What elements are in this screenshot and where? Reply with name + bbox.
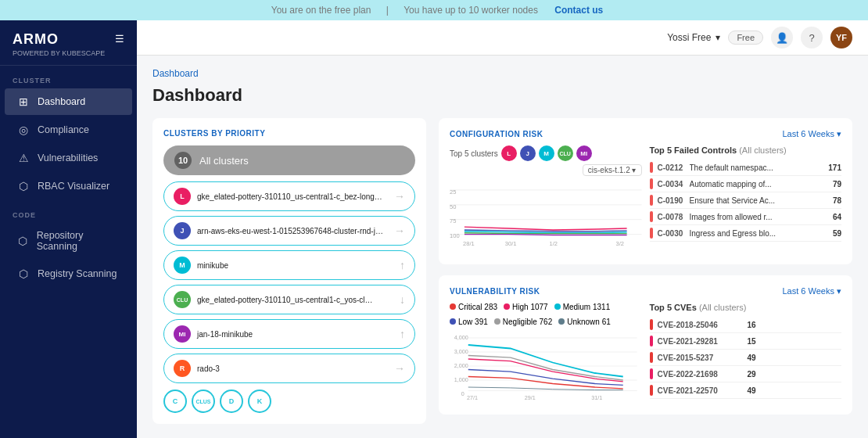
legend-unknown: Unknown 61: [558, 318, 611, 326]
vuln-risk-title: VULNERABILITY RISK: [450, 287, 540, 296]
cluster-badge-mi: MI: [174, 325, 191, 343]
cluster-count-badge: 10: [174, 152, 192, 169]
filter-l[interactable]: L: [501, 145, 517, 161]
cluster-item[interactable]: J arn-aws-eks-eu-west-1-015253967648-clu…: [163, 216, 415, 246]
vuln-top5-title: Top 5 CVEs (All clusters): [650, 303, 842, 312]
config-risk-title: CONFIGURATION RISK: [450, 130, 543, 138]
cluster-item[interactable]: MI jan-18-minikube ↑: [163, 319, 415, 349]
cluster-badge-l: L: [174, 188, 191, 205]
cluster-name-4: jan-18-minikube: [197, 330, 253, 339]
all-clusters-bar[interactable]: 10 All clusters: [163, 145, 415, 175]
svg-text:75: 75: [450, 217, 456, 224]
table-row: C-0078 Images from allowed r... 64: [650, 209, 842, 225]
filter-clu[interactable]: CLU: [558, 145, 573, 161]
svg-text:3,000: 3,000: [454, 348, 468, 355]
legend-high: High 1077: [504, 303, 548, 311]
svg-text:30/1: 30/1: [505, 240, 517, 247]
user-icon-btn[interactable]: 👤: [771, 27, 793, 48]
hamburger-icon[interactable]: ☰: [115, 33, 124, 45]
clusters-panel-title: CLUSTERS BY PRIORITY: [163, 129, 415, 138]
svg-text:100: 100: [450, 232, 460, 239]
vuln-risk-inner: Critical 283 High 1077 Medium 1311 Low 3…: [450, 303, 841, 404]
chevron-down-icon: ▾: [716, 32, 720, 43]
right-panels: CONFIGURATION RISK Last 6 Weeks ▾ Top 5 …: [439, 118, 852, 424]
vuln-risk-last-weeks[interactable]: Last 6 Weeks ▾: [783, 286, 842, 296]
banner-separator: |: [386, 5, 389, 16]
cluster-arrow-5: →: [394, 362, 405, 375]
cluster-item[interactable]: L gke_elated-pottery-310110_us-central1-…: [163, 181, 415, 211]
sidebar-label-registry-scanning: Registry Scanning: [38, 268, 117, 279]
config-risk-chart: 100 75 50 25: [450, 181, 642, 251]
cluster-arrow-1: →: [394, 224, 405, 237]
legend-negligible: Negligible 762: [494, 318, 552, 326]
cve-bar: [650, 336, 653, 346]
banner-text2: You have up to 10 worker nodes: [404, 5, 538, 16]
vuln-risk-chart: 4,000 3,000 2,000 1,000 0: [450, 331, 642, 401]
vulnerabilities-icon: ⚠: [17, 152, 30, 164]
sidebar-item-dashboard[interactable]: ⊞ Dashboard: [5, 88, 132, 115]
cve-bar: [650, 385, 653, 396]
svg-text:31/1: 31/1: [591, 394, 602, 401]
breadcrumb: Dashboard: [152, 68, 852, 79]
table-row: CVE-2015-5237 49: [650, 350, 842, 366]
top-banner: You are on the free plan | You have up t…: [0, 0, 868, 20]
mini-circle-d[interactable]: D: [220, 390, 243, 413]
vuln-risk-header: VULNERABILITY RISK Last 6 Weeks ▾: [450, 286, 841, 296]
filter-mi[interactable]: MI: [576, 145, 592, 161]
sidebar-label-vulnerabilities: Vulnerabilities: [38, 153, 98, 163]
cve-bar: [650, 319, 653, 330]
cluster-item[interactable]: M minikube ↑: [163, 250, 415, 280]
config-top5-title: Top 5 Failed Controls (All clusters): [650, 145, 842, 155]
sidebar-item-registry-scanning[interactable]: ⬡ Registry Scanning: [5, 260, 132, 287]
svg-text:29/1: 29/1: [525, 394, 536, 401]
top5-clusters-label: Top 5 clusters: [450, 149, 498, 158]
mini-circle-k[interactable]: K: [248, 390, 271, 413]
legend-medium: Medium 1311: [554, 303, 611, 311]
control-bar: [650, 178, 653, 189]
rbac-icon: ⬡: [17, 180, 30, 192]
vuln-top5-table: Top 5 CVEs (All clusters) CVE-2018-25046…: [650, 303, 842, 404]
dashboard-icon: ⊞: [17, 95, 30, 108]
sidebar-label-dashboard: Dashboard: [38, 96, 85, 107]
cluster-arrow-3: ↓: [400, 293, 405, 306]
legend-low: Low 391: [450, 318, 488, 326]
banner-cta[interactable]: Contact us: [554, 5, 603, 16]
help-icon-btn[interactable]: ?: [801, 27, 823, 48]
filter-m[interactable]: M: [539, 145, 554, 161]
avatar[interactable]: YF: [830, 27, 852, 48]
svg-text:28/1: 28/1: [463, 240, 475, 247]
table-row: CVE-2021-22570 49: [650, 382, 842, 399]
cluster-name-3: gke_elated-pottery-310110_us-central1-c_…: [197, 296, 377, 304]
cluster-arrow-4: ↑: [400, 328, 405, 340]
user-name: Yossi Free: [667, 32, 711, 43]
mini-circle-clus[interactable]: CLUS: [192, 390, 215, 413]
config-risk-panel: CONFIGURATION RISK Last 6 Weeks ▾ Top 5 …: [439, 118, 852, 264]
filter-j[interactable]: J: [520, 145, 536, 161]
cluster-badge-j: J: [174, 222, 191, 239]
cluster-badge-clu: CLU: [174, 291, 191, 308]
sidebar-item-repo-scanning[interactable]: ⬡ Repository Scanning: [5, 223, 132, 259]
config-risk-last-weeks[interactable]: Last 6 Weeks ▾: [783, 129, 842, 139]
cluster-badge-m: M: [174, 257, 191, 274]
cluster-item[interactable]: R rado-3 →: [163, 354, 415, 383]
sidebar-item-vulnerabilities[interactable]: ⚠ Vulnerabilities: [5, 145, 132, 171]
logo-sub: POWERED BY KUBESCAPE: [13, 49, 124, 57]
cis-selector[interactable]: cis-eks-t.1.2 ▾: [583, 164, 642, 176]
sidebar-item-rbac[interactable]: ⬡ RBAC Visualizer: [5, 173, 132, 199]
sidebar-label-rbac: RBAC Visualizer: [38, 181, 109, 192]
mini-circle-c[interactable]: C: [163, 390, 187, 413]
sidebar-item-compliance[interactable]: ◎ Compliance: [5, 117, 132, 143]
table-row: C-0212 The default namespac... 171: [650, 160, 842, 176]
cluster-arrow-2: ↑: [400, 259, 405, 271]
cve-bar: [650, 368, 653, 379]
control-bar: [650, 195, 653, 206]
cve-bar: [650, 352, 653, 363]
cluster-item[interactable]: CLU gke_elated-pottery-310110_us-central…: [163, 285, 415, 314]
svg-text:25: 25: [450, 188, 456, 196]
sidebar: ☰ ARMO POWERED BY KUBESCAPE CLUSTER ⊞ Da…: [0, 20, 137, 438]
config-chart-area: Top 5 clusters L J M CLU MI cis-eks-t.1.…: [450, 145, 642, 253]
sidebar-label-compliance: Compliance: [38, 124, 89, 135]
banner-text1: You are on the free plan: [271, 5, 371, 16]
cluster-circles: C CLUS D K: [163, 390, 415, 413]
user-menu[interactable]: Yossi Free ▾: [667, 32, 720, 43]
